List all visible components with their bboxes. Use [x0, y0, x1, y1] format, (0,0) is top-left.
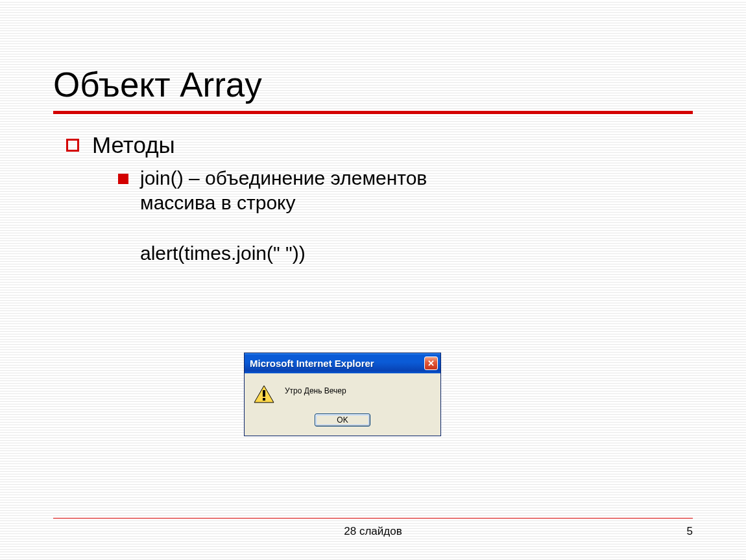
close-icon[interactable] [424, 356, 438, 370]
svg-rect-2 [263, 398, 265, 401]
bullet-level2: join() – объединение элементов массива в… [118, 166, 693, 216]
slide-footer: 28 слайдов 5 [53, 518, 693, 538]
dialog-message: Утро День Вечер [285, 385, 346, 395]
ok-button[interactable]: OK [315, 414, 370, 426]
title-underline [53, 111, 693, 114]
footer-spacer [53, 525, 92, 538]
code-line: alert(times.join(" ")) [140, 240, 693, 266]
subbullet-line1: join() – объединение элементов [140, 167, 427, 189]
subbullet-line2: массива в строку [140, 192, 296, 213]
dialog-body: Утро День Вечер [245, 373, 440, 411]
bullet-marker-filled [118, 174, 128, 184]
warning-icon [254, 385, 274, 403]
dialog-title: Microsoft Internet Explorer [250, 358, 374, 369]
slide-title: Объект Array [53, 65, 693, 104]
svg-rect-1 [263, 390, 265, 397]
bullet-text: Методы [92, 132, 175, 158]
alert-dialog: Microsoft Internet Explorer Утро День Ве… [244, 353, 441, 436]
subbullet-text: join() – объединение элементов массива в… [140, 166, 427, 216]
slide: Объект Array Методы join() – объединение… [0, 0, 746, 560]
dialog-titlebar: Microsoft Internet Explorer [245, 353, 440, 373]
page-number: 5 [654, 525, 693, 538]
bullet-level1: Методы [66, 132, 693, 158]
footer-center: 28 слайдов [92, 525, 654, 538]
footer-rule [53, 518, 693, 519]
dialog-buttons: OK [245, 411, 440, 436]
bullet-marker-hollow [66, 139, 79, 152]
